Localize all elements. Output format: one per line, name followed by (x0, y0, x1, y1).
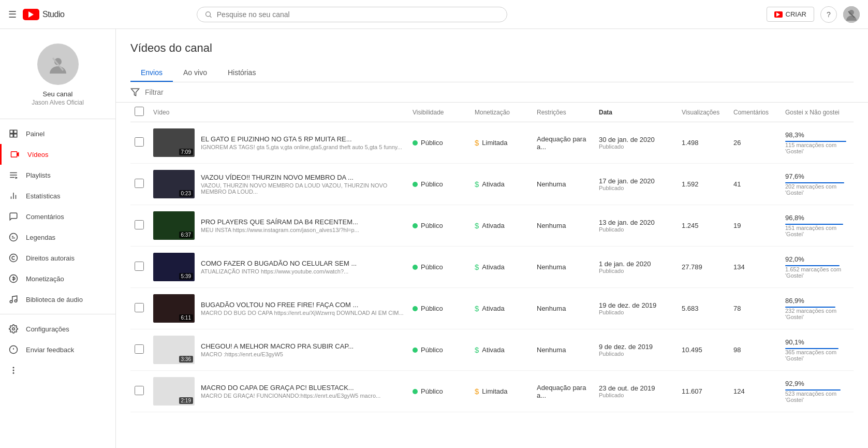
video-title[interactable]: BUGADÃO VOLTOU NO FREE FIRE! FAÇA COM ..… (201, 301, 404, 309)
restrictions-cell: Nenhuma (533, 346, 595, 354)
sidebar-item-monetizacao[interactable]: Monetização (0, 268, 115, 289)
sidebar-item-comentarios[interactable]: Comentários (0, 206, 115, 227)
playlists-icon (8, 170, 19, 180)
tabs: Envios Ao vivo Histórias (130, 63, 854, 82)
sidebar-item-videos[interactable]: Vídeos (0, 144, 115, 165)
select-all-checkbox[interactable] (135, 107, 144, 116)
settings-icon (8, 324, 19, 334)
visibility-dot (413, 348, 418, 353)
search-icon (204, 10, 212, 19)
monetization-label: Limitada (482, 387, 507, 395)
video-title[interactable]: EL GATO E PIUZINHO NO GTA 5 RP MUITA RE.… (201, 135, 402, 143)
video-info: VAZOU VÍDEO!! THURZIN NOVO MEMBRO DA ...… (201, 174, 404, 195)
sidebar-divider (0, 119, 115, 119)
video-thumbnail[interactable]: 2:19 (153, 377, 195, 406)
likes-pct: 92,0% (785, 255, 849, 263)
channel-avatar[interactable] (37, 44, 79, 85)
table-row: 3:36 CHEGOU! A MELHOR MACRO PRA SUBIR CA… (130, 329, 854, 371)
sidebar-item-direitos[interactable]: Direitos autorais (0, 248, 115, 268)
date-main: 23 de out. de 2019 (599, 384, 673, 392)
video-title[interactable]: VAZOU VÍDEO!! THURZIN NOVO MEMBRO DA ... (201, 174, 404, 181)
help-button[interactable]: ? (820, 6, 837, 23)
sidebar-item-playlists[interactable]: Playlists (0, 165, 115, 185)
monetization-label: Ativada (482, 263, 504, 271)
row-checkbox-cell (130, 386, 149, 397)
video-desc: ATUALIZAÇÃO INTRO https://www.youtube.co… (201, 268, 357, 274)
row-checkbox[interactable] (135, 179, 144, 188)
sidebar-item-estatisticas-label: Estatísticas (26, 192, 60, 200)
visibility-cell: Público (408, 346, 470, 354)
date-sub: Publicado (599, 309, 673, 315)
sidebar-item-estatisticas[interactable]: Estatísticas (0, 185, 115, 206)
hamburger-icon[interactable]: ☰ (8, 9, 17, 20)
topbar-left: ☰ Studio (8, 9, 64, 20)
video-title[interactable]: PRO PLAYERS QUE SAÍRAM DA B4 RECENTEM... (201, 218, 359, 226)
sidebar-item-legendas[interactable]: Legendas (0, 227, 115, 248)
video-duration: 6:37 (179, 232, 193, 238)
main-header: Vídeos do canal Envios Ao vivo Histórias (116, 29, 868, 82)
stats-icon (8, 191, 19, 201)
filter-icon (130, 88, 140, 97)
sidebar: Seu canal Jason Alves Oficial Painel Víd… (0, 29, 116, 448)
video-thumbnail[interactable]: 5:39 (153, 253, 195, 281)
monetization-icon: $ (475, 221, 479, 230)
page-title: Vídeos do canal (130, 41, 854, 55)
row-checkbox[interactable] (135, 220, 144, 229)
views-cell: 10.495 (678, 346, 729, 354)
date-sub: Publicado (599, 392, 673, 398)
sidebar-item-painel-label: Painel (26, 130, 45, 138)
comments-icon (8, 211, 19, 222)
row-checkbox[interactable] (135, 262, 144, 271)
video-title[interactable]: COMO FAZER O BUGADÃO NO CELULAR SEM ... (201, 259, 357, 267)
video-cell: 6:37 PRO PLAYERS QUE SAÍRAM DA B4 RECENT… (149, 211, 408, 240)
video-info: MACRO DO CAPA DE GRAÇA PC! BLUESTACK... … (201, 384, 380, 399)
video-title[interactable]: MACRO DO CAPA DE GRAÇA PC! BLUESTACK... (201, 384, 380, 392)
video-thumbnail[interactable]: 0:23 (153, 170, 195, 198)
video-cell: 6:11 BUGADÃO VOLTOU NO FREE FIRE! FAÇA C… (149, 294, 408, 323)
sidebar-item-more[interactable] (0, 360, 115, 381)
visibility-label: Público (421, 387, 443, 395)
video-title[interactable]: CHEGOU! A MELHOR MACRO PRA SUBIR CAP... (201, 342, 354, 350)
row-checkbox[interactable] (135, 137, 144, 147)
video-desc: MACRO :https://enrt.eu/E3gyW5 (201, 351, 354, 357)
row-checkbox-cell (130, 344, 149, 355)
sidebar-item-configuracoes[interactable]: Configurações (0, 319, 115, 339)
th-video: Vídeo (149, 109, 408, 116)
row-checkbox[interactable] (135, 344, 144, 354)
monetization-cell: $ Ativada (470, 180, 533, 189)
tab-historias[interactable]: Histórias (217, 63, 266, 82)
channel-name: Seu canal (43, 90, 73, 98)
likes-count: 365 marcações com 'Gostei' (785, 349, 849, 362)
th-check (130, 107, 149, 118)
row-checkbox[interactable] (135, 386, 144, 395)
visibility-cell: Público (408, 305, 470, 312)
sidebar-item-painel[interactable]: Painel (0, 123, 115, 144)
video-thumbnail[interactable]: 6:37 (153, 211, 195, 240)
tab-ao-vivo[interactable]: Ao vivo (173, 63, 217, 82)
likes-pct: 97,6% (785, 172, 849, 180)
video-thumbnail[interactable]: 7:09 (153, 128, 195, 157)
video-thumbnail[interactable]: 3:36 (153, 336, 195, 364)
video-cell: 7:09 EL GATO E PIUZINHO NO GTA 5 RP MUIT… (149, 128, 408, 157)
views-cell: 1.245 (678, 222, 729, 229)
tab-envios[interactable]: Envios (130, 63, 173, 82)
likes-pct: 90,1% (785, 338, 849, 346)
more-icon (8, 365, 19, 375)
sidebar-item-feedback[interactable]: Enviar feedback (0, 339, 115, 360)
search-input[interactable] (217, 10, 500, 19)
monetization-icon: $ (475, 263, 479, 271)
filter-input[interactable] (145, 88, 236, 96)
avatar[interactable] (843, 6, 860, 23)
criar-button[interactable]: CRIAR (767, 7, 814, 22)
search-bar[interactable] (197, 7, 507, 22)
svg-point-28 (12, 328, 15, 330)
table-row: 7:09 EL GATO E PIUZINHO NO GTA 5 RP MUIT… (130, 122, 854, 164)
date-cell: 23 de out. de 2019 Publicado (595, 384, 678, 398)
row-checkbox[interactable] (135, 303, 144, 312)
monetization-label: Ativada (482, 180, 504, 188)
sidebar-item-biblioteca[interactable]: Biblioteca de áudio (0, 289, 115, 310)
comments-cell: 134 (729, 263, 781, 271)
main-content: Vídeos do canal Envios Ao vivo Histórias… (116, 29, 868, 448)
video-thumbnail[interactable]: 6:11 (153, 294, 195, 323)
likes-cell: 92,9% 523 marcações com 'Gostei' (781, 380, 854, 403)
